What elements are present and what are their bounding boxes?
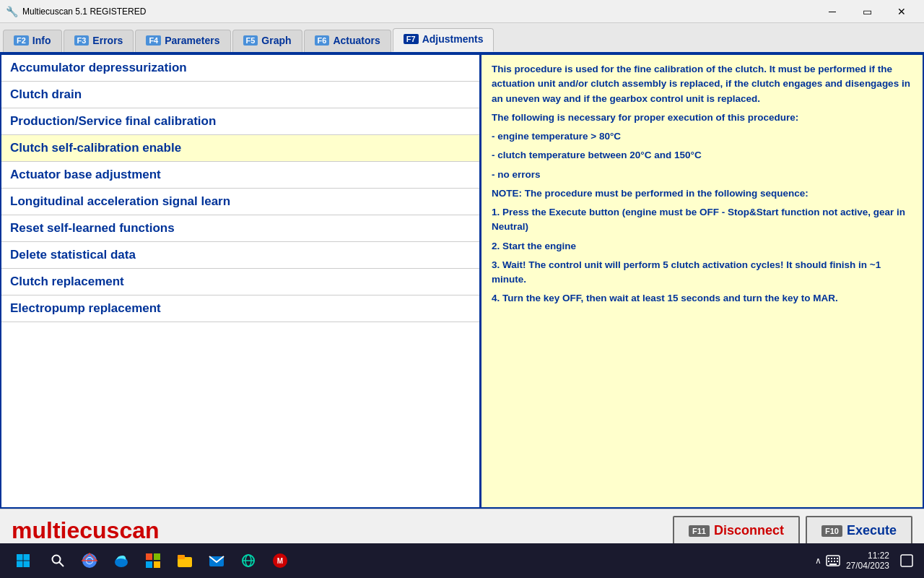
taskbar-clock[interactable]: 11:22 27/04/2023 [846,551,889,571]
list-item[interactable]: Delete statistical data [1,242,479,269]
logo-accent: e [66,517,79,543]
description-text: - no errors [492,168,912,182]
svg-rect-10 [146,553,152,560]
svg-rect-30 [837,561,838,562]
description-text: 1. Press the Execute button (engine must… [492,205,912,235]
list-item[interactable]: Reset self-learned functions [1,215,479,242]
description-text: - engine temperature > 80°C [492,129,912,144]
taskbar-mail[interactable] [202,546,231,575]
svg-rect-13 [154,561,160,568]
description-text: This procedure is used for the fine cali… [492,62,912,106]
svg-rect-27 [828,561,829,562]
tab-label-info: Info [32,35,51,46]
notification-icon [899,553,914,568]
taskbar-store[interactable] [139,546,167,575]
tab-actuators[interactable]: F6 Actuators [304,30,391,52]
svg-rect-12 [146,561,152,568]
svg-rect-3 [24,561,30,568]
tab-errors[interactable]: F3 Errors [64,30,134,52]
list-item[interactable]: Clutch drain [1,82,479,108]
description-text: NOTE: The procedure must be performed in… [492,186,912,201]
app-icon: 🔧 [6,6,18,17]
keyboard-icon [826,555,840,566]
execute-key: F10 [821,525,842,537]
disconnect-button[interactable]: F11 Disconnect [673,516,800,545]
tab-bar: F2 Info F3 Errors F4 Parameters F5 Graph… [0,23,924,53]
svg-rect-0 [17,554,23,561]
clock-date: 27/04/2023 [846,561,889,571]
description-step2: 2. Start the engine [492,239,912,254]
svg-rect-31 [829,564,837,565]
list-item[interactable]: Electropump replacement [1,296,479,322]
tab-key-f5: F5 [243,35,258,46]
tray-overflow-icon[interactable]: ∧ [815,556,821,566]
svg-rect-2 [17,561,23,568]
disconnect-key: F11 [689,525,710,537]
list-item[interactable]: Longitudinal acceleration signal learn [1,189,479,215]
svg-point-9 [115,557,128,567]
file-explorer-icon [175,551,194,570]
edge-icon [112,551,131,570]
chrome-icon [80,551,99,570]
notification-button[interactable] [895,549,918,572]
tab-key-f4: F4 [146,35,161,46]
main-content: Accumulator depressurization Clutch drai… [0,53,924,509]
tab-key-f6: F6 [315,35,330,46]
search-button[interactable] [43,546,72,575]
minimize-button[interactable]: ─ [816,0,849,23]
tab-adjustments[interactable]: F7 Adjustments [393,28,494,52]
disconnect-label: Disconnect [714,523,784,538]
svg-rect-1 [24,554,30,561]
svg-rect-11 [154,553,160,560]
app-icon: M [271,551,289,570]
description-text: The following is necessary for proper ex… [492,111,912,125]
store-icon [144,551,162,570]
description-text: 3. Wait! The control unit will perform 5… [492,258,912,288]
taskbar-network[interactable] [234,546,263,575]
mail-icon [207,551,226,570]
taskbar-chrome[interactable] [75,546,104,575]
list-item[interactable]: Clutch replacement [1,269,479,296]
close-button[interactable]: ✕ [885,0,918,23]
description-text: 4. Turn the key OFF, then wait at least … [492,291,912,306]
taskbar: M ∧ 11:22 27/04/2023 [0,543,924,578]
app-logo: multiecuscan [12,517,160,544]
tab-parameters[interactable]: F4 Parameters [135,30,230,52]
tab-key-f2: F2 [14,35,29,46]
tab-key-f3: F3 [74,35,90,46]
title-bar: 🔧 Multiecuscan 5.1 REGISTERED ─ ▭ ✕ [0,0,924,23]
svg-rect-28 [831,561,832,562]
left-panel: Accumulator depressurization Clutch drai… [1,55,481,507]
tab-label-errors: Errors [92,35,123,46]
tab-label-actuators: Actuators [333,35,380,46]
svg-rect-29 [834,561,835,562]
svg-rect-23 [828,558,829,559]
start-button[interactable] [6,546,40,575]
svg-rect-32 [901,555,912,566]
svg-line-5 [59,562,64,566]
taskbar-explorer[interactable] [170,546,199,575]
taskbar-edge[interactable] [107,546,136,575]
svg-rect-15 [178,555,185,559]
network-icon [239,551,258,570]
taskbar-app[interactable]: M [266,546,295,575]
execute-button[interactable]: F10 Execute [806,516,912,545]
tab-label-parameters: Parameters [165,35,219,46]
logo-suffix: cuscan [79,517,159,543]
windows-logo-icon [16,553,30,568]
search-icon [51,553,65,568]
logo-prefix: multi [12,517,66,543]
description-text: - clutch temperature between 20°C and 15… [492,148,912,163]
tab-graph[interactable]: F5 Graph [232,30,302,52]
list-item-selected[interactable]: Clutch self-calibration enable [1,135,479,162]
list-item[interactable]: Accumulator depressurization [1,55,479,82]
svg-rect-25 [834,558,835,559]
taskbar-right: ∧ 11:22 27/04/2023 [815,549,918,572]
list-item[interactable]: Production/Service final calibration [1,108,479,135]
tab-info[interactable]: F2 Info [3,30,62,52]
right-panel: This procedure is used for the fine cali… [481,55,923,507]
maximize-button[interactable]: ▭ [850,0,884,23]
list-item[interactable]: Actuator base adjustment [1,162,479,189]
svg-rect-26 [837,558,838,559]
tab-label-adjustments: Adjustments [422,33,484,45]
